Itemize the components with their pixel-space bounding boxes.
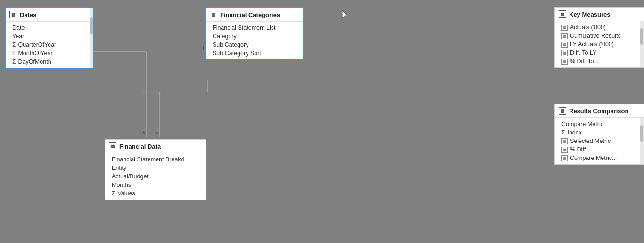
field-label: Actual/Budget xyxy=(112,173,149,180)
field-label: Months xyxy=(112,182,131,188)
table-field-icon: ▦ xyxy=(561,155,568,161)
field-label: QuarterOfYear xyxy=(18,42,56,48)
sigma-icon: Σ xyxy=(112,190,115,197)
field-label: MonthOfYear xyxy=(18,50,52,57)
financial-data-body: Financial Statement Breakd Entity Actual… xyxy=(105,153,206,200)
list-item: ▦ LY Actuals ('000) xyxy=(555,40,644,49)
field-label: LY Actuals ('000) xyxy=(570,41,614,48)
key-measures-panel: ▦ Key Measures ▦ Actuals ('000) ▦ Cumula… xyxy=(554,7,644,68)
financial-data-header: ▦ Financial Data xyxy=(105,140,206,153)
results-comparison-icon: ▦ xyxy=(559,107,566,115)
results-comparison-panel: ▦ Results Comparison Compare Metric Σ In… xyxy=(554,104,644,165)
list-item: Financial Statement Breakd xyxy=(105,155,206,164)
field-label: Category xyxy=(213,33,237,40)
field-label: Diff. To LY xyxy=(570,50,596,56)
svg-text:*: * xyxy=(156,130,158,137)
field-label: Actuals ('000) xyxy=(570,24,606,31)
key-measures-header: ▦ Key Measures xyxy=(555,8,644,21)
key-measures-icon: ▦ xyxy=(559,10,566,18)
field-label: Compare Metric xyxy=(561,121,603,127)
key-measures-body: ▦ Actuals ('000) ▦ Cumulative Results ▦ … xyxy=(555,21,644,67)
dates-table: ▦ Dates Date Year Σ QuarterOfYear Σ Mont… xyxy=(5,7,94,69)
list-item: Compare Metric xyxy=(555,120,644,128)
svg-marker-12 xyxy=(342,10,347,19)
list-item: Σ MonthOfYear xyxy=(6,49,93,58)
results-comparison-title: Results Comparison xyxy=(569,108,628,115)
financial-data-title: Financial Data xyxy=(119,143,161,150)
field-label: Values xyxy=(117,190,135,197)
list-item: Σ Values xyxy=(105,189,206,198)
list-item: Σ DayOfMonth xyxy=(6,58,93,66)
field-label: Compare Metric... xyxy=(570,155,617,161)
list-item: Sub Category Sort xyxy=(206,49,303,58)
field-label: Index xyxy=(567,129,582,136)
list-item: Date xyxy=(6,24,93,32)
table-field-icon: ▦ xyxy=(561,147,568,153)
field-label: Financial Statement Breakd xyxy=(112,156,184,163)
list-item: ▦ Selected Metric xyxy=(555,137,644,145)
field-label: Selected Metric xyxy=(570,138,611,144)
sigma-icon: Σ xyxy=(12,42,16,48)
list-item: Financial Statement List xyxy=(206,24,303,32)
list-item: ▦ Diff. To LY xyxy=(555,49,644,57)
list-item: Sub Category xyxy=(206,41,303,49)
key-measures-title: Key Measures xyxy=(569,11,610,18)
results-comparison-header: ▦ Results Comparison xyxy=(555,104,644,118)
table-field-icon: ▦ xyxy=(561,42,568,48)
table-field-icon: ▦ xyxy=(561,33,568,39)
field-label: % Diff. to... xyxy=(570,58,599,65)
table-field-icon: ▦ xyxy=(561,25,568,31)
dates-table-header: ▦ Dates xyxy=(6,8,93,22)
list-item: ▦ % Diff xyxy=(555,145,644,154)
list-item: Months xyxy=(105,181,206,189)
field-label: Sub Category Sort xyxy=(213,50,261,57)
svg-text:*: * xyxy=(142,130,145,137)
list-item: Σ Index xyxy=(555,128,644,137)
table-field-icon: ▦ xyxy=(561,59,568,65)
field-label: Year xyxy=(12,33,24,40)
sigma-icon: Σ xyxy=(12,50,16,57)
mouse-cursor xyxy=(342,10,350,21)
svg-point-5 xyxy=(157,90,161,94)
svg-text:1: 1 xyxy=(202,45,205,51)
results-comparison-body: Compare Metric Σ Index ▦ Selected Metric… xyxy=(555,118,644,164)
list-item: Category xyxy=(206,32,303,41)
field-label: Date xyxy=(12,25,25,31)
financial-data-icon: ▦ xyxy=(109,142,116,150)
list-item: Entity xyxy=(105,164,206,172)
sigma-icon: Σ xyxy=(561,129,565,136)
financial-categories-body: Financial Statement List Category Sub Ca… xyxy=(206,22,303,59)
field-label: DayOfMonth xyxy=(18,59,51,65)
field-label: Entity xyxy=(112,165,126,171)
field-label: Cumulative Results xyxy=(570,33,621,39)
field-label: Sub Category xyxy=(213,42,248,48)
financial-categories-icon: ▦ xyxy=(210,11,217,18)
dates-table-icon: ▦ xyxy=(9,11,17,18)
table-field-icon: ▦ xyxy=(561,138,568,144)
field-label: % Diff xyxy=(570,146,586,153)
list-item: ▦ Actuals ('000) xyxy=(555,23,644,32)
list-item: Actual/Budget xyxy=(105,172,206,181)
financial-categories-header: ▦ Financial Categories xyxy=(206,8,303,22)
dates-table-body: Date Year Σ QuarterOfYear Σ MonthOfYear … xyxy=(6,22,93,68)
list-item: Year xyxy=(6,32,93,41)
field-label: Financial Statement List xyxy=(213,25,275,31)
table-field-icon: ▦ xyxy=(561,50,568,56)
svg-point-2 xyxy=(142,90,146,94)
list-item: ▦ Compare Metric... xyxy=(555,154,644,162)
dates-table-title: Dates xyxy=(20,11,36,18)
list-item: Σ QuarterOfYear xyxy=(6,41,93,49)
financial-categories-table: ▦ Financial Categories Financial Stateme… xyxy=(205,7,304,60)
list-item: ▦ % Diff. to... xyxy=(555,57,644,66)
financial-categories-title: Financial Categories xyxy=(220,11,280,18)
sigma-icon: Σ xyxy=(12,59,16,65)
financial-data-table: ▦ Financial Data Financial Statement Bre… xyxy=(105,139,206,200)
list-item: ▦ Cumulative Results xyxy=(555,32,644,40)
